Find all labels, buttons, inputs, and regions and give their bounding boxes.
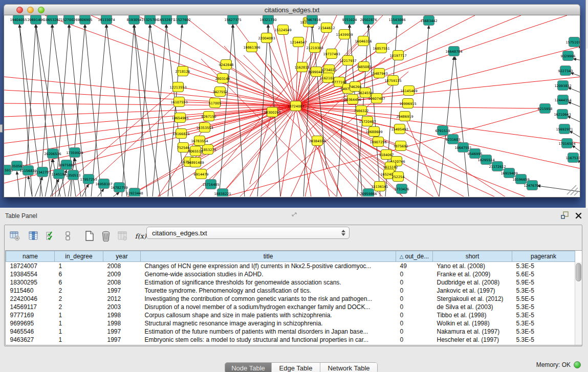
- table-cell[interactable]: 1: [55, 262, 103, 270]
- table-row[interactable]: 2242004622012Investigating the contribut…: [6, 295, 575, 303]
- table-select-dropdown[interactable]: citations_edges.txt: [146, 227, 350, 239]
- minimize-window-icon[interactable]: [27, 7, 34, 13]
- table-cell[interactable]: 2003: [103, 303, 141, 311]
- table-settings-icon[interactable]: [9, 230, 21, 242]
- table-cell[interactable]: 18724007: [6, 262, 55, 270]
- table-row[interactable]: 911546021997Tourette syndrome. Phenomeno…: [6, 287, 575, 295]
- table-cell[interactable]: 5.3E-5: [512, 287, 575, 295]
- table-cell[interactable]: 9115460: [6, 287, 55, 295]
- table-cell[interactable]: 6: [55, 278, 103, 287]
- column-header-title[interactable]: title: [141, 251, 396, 262]
- network-canvas-svg[interactable]: 1872400727181261221355316107553196549651…: [4, 15, 580, 196]
- table-cell[interactable]: 1998: [103, 319, 141, 327]
- table-cell[interactable]: 2008: [103, 278, 141, 287]
- table-cell[interactable]: 0: [396, 303, 433, 311]
- table-cell[interactable]: 0: [396, 278, 433, 287]
- table-cell[interactable]: Tibbo et al. (1998): [433, 311, 512, 319]
- table-cell[interactable]: Corpus callosum shape and size in male p…: [141, 311, 396, 319]
- table-cell[interactable]: 1997: [103, 287, 141, 295]
- table-cell[interactable]: 5.5E-5: [512, 295, 575, 303]
- table-cell[interactable]: 0: [396, 295, 433, 303]
- table-cell[interactable]: 0: [396, 311, 433, 319]
- table-cell[interactable]: 1998: [103, 311, 141, 319]
- split-resize-icon[interactable]: [292, 209, 297, 218]
- table-cell[interactable]: Franke et al. (2009): [433, 270, 512, 278]
- tab-edge-table[interactable]: Edge Table: [272, 363, 320, 372]
- table-cell[interactable]: 1997: [103, 336, 141, 344]
- table-cell[interactable]: 14569117: [6, 303, 55, 311]
- node-table[interactable]: namein_degreeyeartitle△out_de...shortpag…: [6, 251, 575, 344]
- table-cell[interactable]: Dudbridge et al. (2008): [433, 278, 512, 287]
- function-builder-icon[interactable]: f(x): [135, 230, 147, 242]
- table-row[interactable]: 1830029562008Estimation of significance …: [6, 278, 575, 287]
- column-header-short[interactable]: short: [433, 251, 512, 262]
- table-vertical-scrollbar[interactable]: [575, 262, 582, 345]
- table-row[interactable]: 1456911722003Disruption of a novel membe…: [6, 303, 575, 311]
- table-cell[interactable]: 5.3E-5: [512, 311, 575, 319]
- canvas-resize-grip-icon[interactable]: [567, 185, 579, 195]
- table-cell[interactable]: 9463627: [6, 336, 55, 344]
- table-cell[interactable]: 2012: [103, 295, 141, 303]
- table-row[interactable]: 946554611997Estimation of the future num…: [6, 327, 575, 336]
- table-cell[interactable]: Estimation of the future numbers of pati…: [141, 327, 396, 336]
- table-cell[interactable]: 19384554: [6, 270, 55, 278]
- table-cell[interactable]: 1: [55, 336, 103, 344]
- table-cell[interactable]: 0: [396, 287, 433, 295]
- tab-network-table[interactable]: Network Table: [320, 363, 377, 372]
- table-cell[interactable]: 5.6E-5: [512, 270, 575, 278]
- trash-icon[interactable]: [100, 230, 112, 242]
- column-header-name[interactable]: name: [6, 251, 55, 262]
- table-cell[interactable]: 22420046: [6, 295, 55, 303]
- column-highlight-icon[interactable]: [27, 230, 39, 242]
- table-cell[interactable]: 2009: [103, 270, 141, 278]
- panel-collapse-handle[interactable]: [0, 124, 3, 133]
- close-window-icon[interactable]: [16, 7, 23, 13]
- column-header-year[interactable]: year: [103, 251, 141, 262]
- table-header-row[interactable]: namein_degreeyeartitle△out_de...shortpag…: [6, 251, 575, 262]
- table-cell[interactable]: 5.3E-5: [512, 262, 575, 270]
- table-row[interactable]: 1872400712008Changes of HCN gene express…: [6, 262, 575, 270]
- table-cell[interactable]: 5.3E-5: [512, 336, 575, 344]
- table-cell[interactable]: Jankovic et al. (1997): [433, 287, 512, 295]
- table-cell[interactable]: 1: [55, 327, 103, 336]
- table-cell[interactable]: 6: [55, 270, 103, 278]
- table-cell[interactable]: 0: [396, 270, 433, 278]
- table-cell[interactable]: Investigating the contribution of common…: [141, 295, 396, 303]
- scrollbar-thumb[interactable]: [576, 263, 581, 281]
- table-cell[interactable]: 49: [396, 262, 433, 270]
- close-panel-icon[interactable]: [575, 212, 582, 221]
- float-panel-icon[interactable]: [561, 211, 569, 221]
- table-cell[interactable]: 5.9E-5: [512, 278, 575, 287]
- table-cell[interactable]: Stergiakouli et al. (2012): [433, 295, 512, 303]
- table-cell[interactable]: Structural magnetic resonance image aver…: [141, 319, 396, 327]
- table-row[interactable]: 1938455462009Genome-wide association stu…: [6, 270, 575, 278]
- table-cell[interactable]: Hescheler et al. (1997): [433, 336, 512, 344]
- table-cell[interactable]: 1: [55, 311, 103, 319]
- table-cell[interactable]: Yano et al. (2008): [433, 262, 512, 270]
- maximize-window-icon[interactable]: [38, 7, 45, 13]
- table-cell[interactable]: de Silva et al. (2003): [433, 303, 512, 311]
- table-cell[interactable]: Nakamura et al. (1997): [433, 327, 512, 336]
- table-row[interactable]: 946362711997Embryonic stem cells: a mode…: [6, 336, 575, 344]
- table-cell[interactable]: 9777169: [6, 311, 55, 319]
- table-cell[interactable]: 5.3E-5: [512, 319, 575, 327]
- table-cell[interactable]: 5.3E-5: [512, 303, 575, 311]
- table-cell[interactable]: 2008: [103, 262, 141, 270]
- select-checks-icon[interactable]: [45, 230, 57, 242]
- column-header-out-de-[interactable]: △out_de...: [396, 251, 433, 262]
- table-cell[interactable]: 9699695: [6, 319, 55, 327]
- table-cell[interactable]: 18300295: [6, 278, 55, 287]
- table-cell[interactable]: Changes of HCN gene expression and I(f) …: [141, 262, 396, 270]
- table-row[interactable]: 969969511998Structural magnetic resonanc…: [6, 319, 575, 327]
- table-cell[interactable]: 1997: [103, 327, 141, 336]
- table-cell[interactable]: Disruption of a novel member of a sodium…: [141, 303, 396, 311]
- table-cell[interactable]: Embryonic stem cells: a model to study s…: [141, 336, 396, 344]
- table-row[interactable]: 977716911998Corpus callosum shape and si…: [6, 311, 575, 319]
- table-cell[interactable]: 0: [396, 319, 433, 327]
- table-cell[interactable]: 2: [55, 287, 103, 295]
- table-cell[interactable]: 2: [55, 295, 103, 303]
- table-cell[interactable]: 1: [55, 319, 103, 327]
- table-cell[interactable]: 9465546: [6, 327, 55, 336]
- column-header-pagerank[interactable]: pagerank: [512, 251, 575, 262]
- table-cell[interactable]: 2: [55, 303, 103, 311]
